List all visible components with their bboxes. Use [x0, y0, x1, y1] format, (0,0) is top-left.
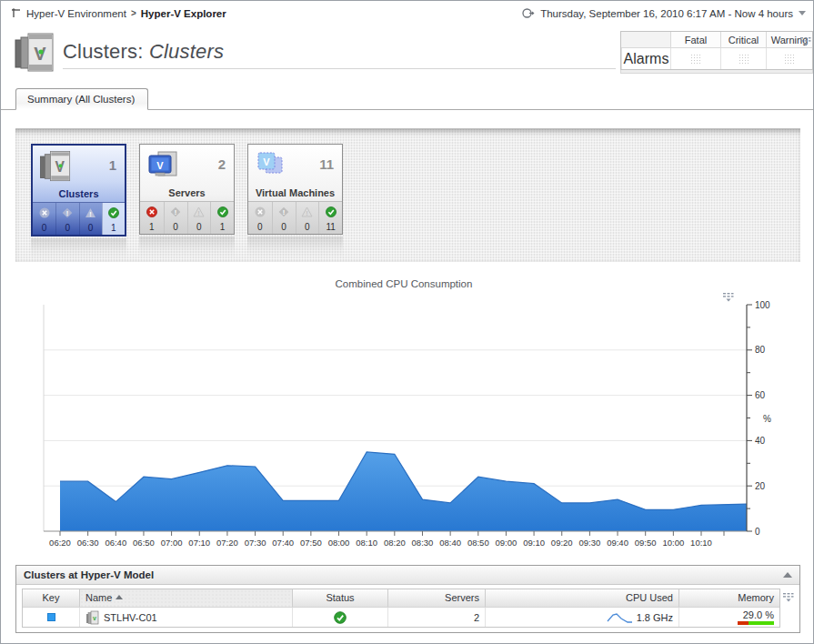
page-title-prefix: Clusters: [63, 40, 149, 63]
tile-label: Virtual Machines [248, 186, 342, 201]
pending-value-icon [739, 54, 749, 65]
svg-text:07:40: 07:40 [272, 538, 294, 548]
critical-icon: ! [278, 206, 289, 217]
svg-text:09:20: 09:20 [551, 538, 573, 548]
normal-icon [108, 207, 119, 218]
page-title: Clusters: Clusters [63, 40, 224, 64]
svg-text:!: ! [66, 209, 69, 217]
svg-text:06:50: 06:50 [133, 538, 155, 548]
status-warning-cell[interactable]: ! 0 [187, 202, 211, 234]
alarms-fatal-cell[interactable] [670, 48, 720, 69]
alarms-header-critical[interactable]: Critical [720, 32, 766, 48]
svg-text:60: 60 [755, 390, 766, 400]
tile-wrap-servers: V 2 Servers 1 ! 0 [139, 144, 235, 262]
column-header-servers[interactable]: Servers [387, 589, 485, 607]
status-normal-cell[interactable]: 11 [318, 202, 342, 234]
cluster-name[interactable]: STLHV-C01 [104, 612, 157, 623]
memory-value: 29.0 % [743, 609, 774, 620]
alarms-customizer-icon[interactable] [799, 34, 811, 50]
tile-label: Clusters [33, 187, 125, 202]
virtual-machines-icon: V [254, 149, 288, 180]
critical-icon: ! [62, 207, 73, 218]
tile-wrap-clusters: V 1 Clusters 0 ! 0 [31, 144, 126, 262]
time-range-label: Thursday, September 16, 2010 6:17 AM - N… [540, 8, 793, 19]
status-critical-cell[interactable]: ! 0 [164, 202, 187, 234]
fatal-icon [146, 206, 157, 217]
column-header-key[interactable]: Key [23, 589, 79, 607]
cpu-used-cell: 1.8 GHz [485, 608, 678, 627]
status-critical-cell[interactable]: ! 0 [55, 203, 78, 235]
svg-text:06:30: 06:30 [77, 538, 99, 548]
cluster-row-icon: v [85, 610, 99, 625]
breadcrumb-separator: > [131, 8, 136, 18]
status-cell [292, 608, 387, 627]
svg-text:V: V [263, 156, 270, 167]
panel-title: Clusters at Hyper-V Model [24, 569, 154, 580]
alarms-scroll-strip [620, 70, 813, 74]
time-range-selector[interactable]: Thursday, September 16, 2010 6:17 AM - N… [522, 7, 806, 19]
svg-text:%: % [763, 414, 771, 424]
combined-cpu-consumption-chart: 020406080100%06:2006:3006:4006:5007:0007… [15, 292, 800, 556]
alarms-critical-cell[interactable] [720, 48, 766, 69]
servers-icon: V [146, 149, 180, 180]
top-bar: Hyper-V Environment > Hyper-V Explorer T… [1, 1, 813, 26]
alarms-header-fatal[interactable]: Fatal [670, 32, 720, 48]
column-header-name[interactable]: Name [79, 589, 292, 607]
status-count: 0 [273, 222, 296, 232]
svg-text:v: v [93, 615, 96, 621]
status-normal-cell[interactable]: 1 [210, 202, 234, 234]
tab-bar: Summary (All Clusters) [1, 88, 813, 110]
status-fatal-cell[interactable]: 1 [140, 202, 164, 234]
panel-header: Clusters at Hyper-V Model [16, 566, 799, 585]
status-fatal-cell[interactable]: 0 [248, 202, 272, 234]
tile-virtual-machines[interactable]: V 11 Virtual Machines 0 ! 0 [247, 144, 343, 235]
svg-text:0: 0 [755, 527, 760, 537]
status-warning-cell[interactable]: ! 0 [79, 203, 102, 235]
status-count: 1 [140, 222, 164, 232]
svg-text:07:10: 07:10 [188, 538, 210, 548]
table-row[interactable]: v STLHV-C01 2 [23, 607, 779, 627]
memory-usage-bar [738, 621, 774, 625]
clusters-table: Key Name Status Servers CPU Used Memory [22, 589, 780, 628]
tile-servers[interactable]: V 2 Servers 1 ! 0 [139, 144, 235, 235]
status-count: 0 [80, 223, 102, 233]
column-header-memory[interactable]: Memory [678, 589, 779, 607]
status-warning-cell[interactable]: ! 0 [296, 202, 319, 234]
column-header-cpu-used[interactable]: CPU Used [485, 589, 678, 607]
time-range-caret-icon[interactable] [799, 11, 806, 15]
alarms-row-label: Alarms [621, 48, 670, 69]
svg-text:08:50: 08:50 [467, 538, 489, 548]
tiles-panel: V 1 Clusters 0 ! 0 [15, 128, 800, 262]
tab-summary-all-clusters[interactable]: Summary (All Clusters) [15, 88, 148, 110]
tile-clusters[interactable]: V 1 Clusters 0 ! 0 [31, 144, 126, 236]
name-cell[interactable]: v STLHV-C01 [79, 608, 292, 627]
panel-collapse-icon[interactable] [783, 572, 792, 578]
tile-reflection [31, 238, 126, 262]
svg-text:10:00: 10:00 [662, 538, 684, 548]
svg-text:08:10: 08:10 [356, 538, 377, 548]
tile-count: 2 [218, 156, 226, 172]
breadcrumb: Hyper-V Environment > Hyper-V Explorer [10, 7, 226, 19]
status-critical-cell[interactable]: ! 0 [272, 202, 296, 234]
status-count: 0 [56, 223, 78, 233]
svg-text:08:30: 08:30 [412, 538, 434, 548]
breadcrumb-current[interactable]: Hyper-V Explorer [141, 8, 226, 19]
svg-text:06:40: 06:40 [105, 538, 126, 548]
warning-icon: ! [85, 207, 96, 218]
warning-icon: ! [193, 206, 205, 217]
breadcrumb-root-link[interactable]: Hyper-V Environment [26, 8, 126, 19]
clusters-table-panel: Clusters at Hyper-V Model Key Name Statu… [15, 565, 800, 633]
critical-icon: ! [170, 206, 181, 217]
status-fatal-cell[interactable]: 0 [33, 203, 55, 235]
column-header-status[interactable]: Status [292, 589, 387, 607]
status-normal-icon [334, 611, 347, 624]
status-count: 11 [319, 222, 342, 232]
svg-text:07:20: 07:20 [216, 538, 238, 548]
svg-text:06:20: 06:20 [49, 538, 71, 548]
fatal-icon [255, 206, 266, 217]
alarms-warning-cell[interactable] [766, 48, 812, 69]
chart-title: Combined CPU Consumption [15, 278, 792, 289]
table-customizer-icon[interactable] [782, 589, 794, 606]
status-normal-cell[interactable]: 1 [102, 203, 125, 235]
tile-status-grid: 1 ! 0 ! 0 1 [140, 201, 234, 234]
